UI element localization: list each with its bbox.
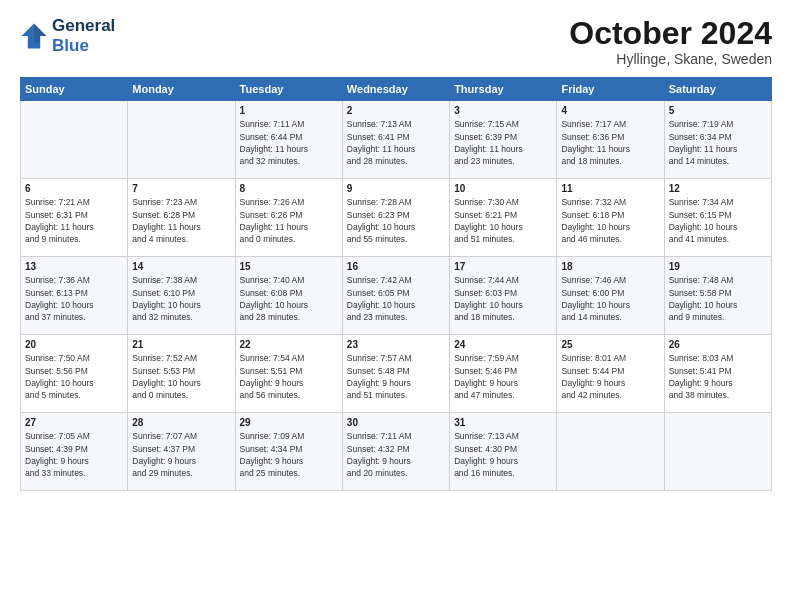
day-number: 6 [25, 183, 123, 194]
day-number: 15 [240, 261, 338, 272]
day-info: Sunrise: 7:11 AM Sunset: 6:44 PM Dayligh… [240, 118, 338, 167]
table-row: 10Sunrise: 7:30 AM Sunset: 6:21 PM Dayli… [450, 179, 557, 257]
day-number: 8 [240, 183, 338, 194]
day-number: 1 [240, 105, 338, 116]
day-number: 30 [347, 417, 445, 428]
table-row: 5Sunrise: 7:19 AM Sunset: 6:34 PM Daylig… [664, 101, 771, 179]
day-number: 10 [454, 183, 552, 194]
table-row: 11Sunrise: 7:32 AM Sunset: 6:18 PM Dayli… [557, 179, 664, 257]
day-info: Sunrise: 7:26 AM Sunset: 6:26 PM Dayligh… [240, 196, 338, 245]
day-info: Sunrise: 7:32 AM Sunset: 6:18 PM Dayligh… [561, 196, 659, 245]
day-info: Sunrise: 7:38 AM Sunset: 6:10 PM Dayligh… [132, 274, 230, 323]
table-row: 14Sunrise: 7:38 AM Sunset: 6:10 PM Dayli… [128, 257, 235, 335]
col-tuesday: Tuesday [235, 78, 342, 101]
col-sunday: Sunday [21, 78, 128, 101]
day-number: 29 [240, 417, 338, 428]
day-info: Sunrise: 7:13 AM Sunset: 6:41 PM Dayligh… [347, 118, 445, 167]
logo-icon [20, 22, 48, 50]
table-row: 8Sunrise: 7:26 AM Sunset: 6:26 PM Daylig… [235, 179, 342, 257]
day-number: 4 [561, 105, 659, 116]
table-row: 4Sunrise: 7:17 AM Sunset: 6:36 PM Daylig… [557, 101, 664, 179]
day-number: 13 [25, 261, 123, 272]
calendar-table: Sunday Monday Tuesday Wednesday Thursday… [20, 77, 772, 491]
table-row: 25Sunrise: 8:01 AM Sunset: 5:44 PM Dayli… [557, 335, 664, 413]
table-row [664, 413, 771, 491]
table-row: 2Sunrise: 7:13 AM Sunset: 6:41 PM Daylig… [342, 101, 449, 179]
col-thursday: Thursday [450, 78, 557, 101]
day-info: Sunrise: 7:40 AM Sunset: 6:08 PM Dayligh… [240, 274, 338, 323]
day-info: Sunrise: 7:52 AM Sunset: 5:53 PM Dayligh… [132, 352, 230, 401]
day-number: 31 [454, 417, 552, 428]
day-info: Sunrise: 7:28 AM Sunset: 6:23 PM Dayligh… [347, 196, 445, 245]
day-number: 3 [454, 105, 552, 116]
day-info: Sunrise: 7:30 AM Sunset: 6:21 PM Dayligh… [454, 196, 552, 245]
table-row: 28Sunrise: 7:07 AM Sunset: 4:37 PM Dayli… [128, 413, 235, 491]
table-row: 30Sunrise: 7:11 AM Sunset: 4:32 PM Dayli… [342, 413, 449, 491]
day-number: 20 [25, 339, 123, 350]
day-info: Sunrise: 7:42 AM Sunset: 6:05 PM Dayligh… [347, 274, 445, 323]
table-row: 13Sunrise: 7:36 AM Sunset: 6:13 PM Dayli… [21, 257, 128, 335]
day-number: 23 [347, 339, 445, 350]
table-row: 6Sunrise: 7:21 AM Sunset: 6:31 PM Daylig… [21, 179, 128, 257]
header-row: Sunday Monday Tuesday Wednesday Thursday… [21, 78, 772, 101]
col-friday: Friday [557, 78, 664, 101]
col-wednesday: Wednesday [342, 78, 449, 101]
day-number: 5 [669, 105, 767, 116]
day-number: 14 [132, 261, 230, 272]
day-info: Sunrise: 7:15 AM Sunset: 6:39 PM Dayligh… [454, 118, 552, 167]
day-number: 16 [347, 261, 445, 272]
day-number: 11 [561, 183, 659, 194]
day-info: Sunrise: 7:21 AM Sunset: 6:31 PM Dayligh… [25, 196, 123, 245]
day-info: Sunrise: 7:36 AM Sunset: 6:13 PM Dayligh… [25, 274, 123, 323]
table-row: 9Sunrise: 7:28 AM Sunset: 6:23 PM Daylig… [342, 179, 449, 257]
table-row [21, 101, 128, 179]
day-info: Sunrise: 7:19 AM Sunset: 6:34 PM Dayligh… [669, 118, 767, 167]
day-number: 2 [347, 105, 445, 116]
day-info: Sunrise: 7:46 AM Sunset: 6:00 PM Dayligh… [561, 274, 659, 323]
table-row [557, 413, 664, 491]
day-number: 18 [561, 261, 659, 272]
table-row: 22Sunrise: 7:54 AM Sunset: 5:51 PM Dayli… [235, 335, 342, 413]
day-info: Sunrise: 7:13 AM Sunset: 4:30 PM Dayligh… [454, 430, 552, 479]
day-number: 28 [132, 417, 230, 428]
svg-marker-1 [34, 23, 46, 42]
table-row: 24Sunrise: 7:59 AM Sunset: 5:46 PM Dayli… [450, 335, 557, 413]
day-number: 22 [240, 339, 338, 350]
table-row: 17Sunrise: 7:44 AM Sunset: 6:03 PM Dayli… [450, 257, 557, 335]
day-info: Sunrise: 7:57 AM Sunset: 5:48 PM Dayligh… [347, 352, 445, 401]
day-number: 21 [132, 339, 230, 350]
table-row: 3Sunrise: 7:15 AM Sunset: 6:39 PM Daylig… [450, 101, 557, 179]
location-subtitle: Hyllinge, Skane, Sweden [569, 51, 772, 67]
page: General Blue October 2024 Hyllinge, Skan… [0, 0, 792, 612]
day-info: Sunrise: 7:34 AM Sunset: 6:15 PM Dayligh… [669, 196, 767, 245]
day-number: 7 [132, 183, 230, 194]
table-row: 7Sunrise: 7:23 AM Sunset: 6:28 PM Daylig… [128, 179, 235, 257]
logo: General Blue [20, 16, 115, 55]
table-row [128, 101, 235, 179]
table-row: 27Sunrise: 7:05 AM Sunset: 4:39 PM Dayli… [21, 413, 128, 491]
day-info: Sunrise: 7:23 AM Sunset: 6:28 PM Dayligh… [132, 196, 230, 245]
day-info: Sunrise: 7:05 AM Sunset: 4:39 PM Dayligh… [25, 430, 123, 479]
table-row: 1Sunrise: 7:11 AM Sunset: 6:44 PM Daylig… [235, 101, 342, 179]
table-row: 16Sunrise: 7:42 AM Sunset: 6:05 PM Dayli… [342, 257, 449, 335]
table-row: 29Sunrise: 7:09 AM Sunset: 4:34 PM Dayli… [235, 413, 342, 491]
day-info: Sunrise: 7:48 AM Sunset: 5:58 PM Dayligh… [669, 274, 767, 323]
table-row: 26Sunrise: 8:03 AM Sunset: 5:41 PM Dayli… [664, 335, 771, 413]
day-number: 25 [561, 339, 659, 350]
day-info: Sunrise: 7:54 AM Sunset: 5:51 PM Dayligh… [240, 352, 338, 401]
day-info: Sunrise: 7:09 AM Sunset: 4:34 PM Dayligh… [240, 430, 338, 479]
table-row: 31Sunrise: 7:13 AM Sunset: 4:30 PM Dayli… [450, 413, 557, 491]
table-row: 15Sunrise: 7:40 AM Sunset: 6:08 PM Dayli… [235, 257, 342, 335]
col-monday: Monday [128, 78, 235, 101]
table-row: 21Sunrise: 7:52 AM Sunset: 5:53 PM Dayli… [128, 335, 235, 413]
day-info: Sunrise: 7:50 AM Sunset: 5:56 PM Dayligh… [25, 352, 123, 401]
day-info: Sunrise: 8:03 AM Sunset: 5:41 PM Dayligh… [669, 352, 767, 401]
day-info: Sunrise: 7:44 AM Sunset: 6:03 PM Dayligh… [454, 274, 552, 323]
day-number: 19 [669, 261, 767, 272]
month-title: October 2024 [569, 16, 772, 51]
header: General Blue October 2024 Hyllinge, Skan… [20, 16, 772, 67]
title-area: October 2024 Hyllinge, Skane, Sweden [569, 16, 772, 67]
day-info: Sunrise: 7:07 AM Sunset: 4:37 PM Dayligh… [132, 430, 230, 479]
day-number: 26 [669, 339, 767, 350]
table-row: 19Sunrise: 7:48 AM Sunset: 5:58 PM Dayli… [664, 257, 771, 335]
